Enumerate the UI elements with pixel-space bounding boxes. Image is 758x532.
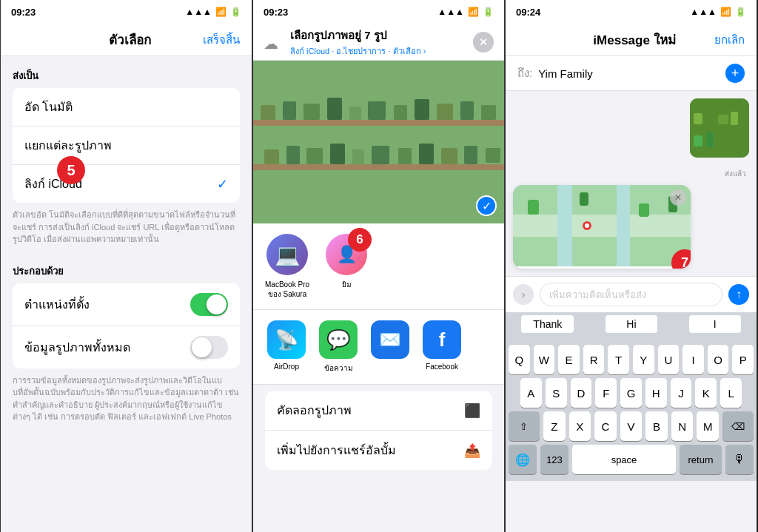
input-placeholder: เพิ่มความคิดเห็นหรือส่ง [549,287,646,303]
suggestion-i[interactable]: I [689,315,741,333]
share-app-mail[interactable]: ✉️ [369,320,412,374]
key-w[interactable]: W [534,345,555,374]
svg-rect-12 [460,101,474,120]
key-i[interactable]: I [682,345,704,374]
key-v[interactable]: V [620,411,643,441]
key-g[interactable]: G [620,378,642,408]
message-input[interactable]: เพิ่มความคิดเห็นหรือส่ง [540,283,722,306]
svg-rect-4 [283,101,296,120]
key-b[interactable]: B [645,411,668,441]
to-row: ถึง: Yim Family + [506,56,757,91]
svg-rect-37 [580,192,588,206]
card-close-button[interactable]: ✕ [670,189,686,206]
status-bar-1: 09:23 ▲▲▲ 📶 🔋 [1,0,252,24]
space-key[interactable]: space [572,445,676,474]
key-s[interactable]: S [546,378,567,408]
send-section-label: ส่งเป็น [1,56,252,88]
share-person-laptop[interactable]: 💻 MacBook Proของ Sakura [265,234,309,299]
page-title-1: ตัวเลือก [109,30,151,50]
option-location[interactable]: ตำแหน่งที่ตั้ง [13,283,240,326]
svg-rect-22 [441,148,457,164]
key-q[interactable]: Q [509,345,530,374]
key-u[interactable]: U [658,345,680,374]
share-app-messages[interactable]: 💬 ข้อความ [317,320,360,374]
wifi-icon-3: 📶 [720,7,731,17]
close-button-2[interactable]: ✕ [473,32,494,53]
delete-key[interactable]: ⌫ [722,411,754,441]
svg-rect-38 [639,203,649,217]
add-album-label: เพิ่มไปยังการแชร์อัลบั้ม [277,441,396,459]
send-button[interactable]: ↑ [728,284,749,305]
svg-rect-24 [486,148,500,163]
svg-rect-30 [694,135,702,147]
time-3: 09:24 [516,7,540,18]
add-recipient-button[interactable]: + [725,64,745,83]
airdrop-icon: 📡 [267,320,306,359]
nums-key[interactable]: 123 [540,445,568,474]
return-key[interactable]: return [680,445,722,474]
share-person-yim[interactable]: 👤 6 ยิม [324,234,369,299]
key-f[interactable]: F [595,378,617,408]
keyboard-row-2: A S D F G H J K L [509,378,754,408]
metadata-toggle[interactable] [190,336,228,359]
message-area: ส่งแล้ว 7 [506,91,757,276]
action-add-album[interactable]: เพิ่มไปยังการแชร์อัลบั้ม 📤 [265,431,492,470]
option-icloud-link[interactable]: ลิงก์ iCloud ✓ 5 [13,165,240,203]
svg-rect-2 [253,164,504,170]
option-metadata[interactable]: ข้อมูลรูปภาพทั้งหมด [13,326,240,368]
key-e[interactable]: E [558,345,580,374]
suggestion-thank[interactable]: Thank [521,315,574,333]
svg-rect-5 [303,104,320,120]
facebook-icon: f [423,320,461,359]
key-d[interactable]: D [571,378,592,408]
nav-titles: เลือกรูปภาพอยู่ 7 รูป ลิงก์ iCloud · อ.ไ… [290,27,426,58]
status-bar-2: 09:23 ▲▲▲ 📶 🔋 [253,0,504,24]
time-2: 09:23 [264,7,288,18]
shift-key[interactable]: ⇧ [509,411,540,441]
svg-rect-15 [286,146,300,164]
keyboard: Q W E R T Y U I O P A S D F G H J K L ⇧ … [506,339,757,481]
key-h[interactable]: H [645,378,667,408]
key-p[interactable]: P [732,345,754,374]
share-app-airdrop[interactable]: 📡 AirDrop [265,320,308,374]
messages-label: ข้อความ [324,363,353,374]
cancel-button[interactable]: ยกเลิก [714,31,745,49]
location-label: ตำแหน่งที่ตั้ง [24,295,90,314]
svg-rect-11 [437,104,453,120]
nav-bar-2: ☁ เลือกรูปภาพอยู่ 7 รูป ลิงก์ iCloud · อ… [253,24,504,61]
photo-selected-checkmark: ✓ [476,195,497,216]
suggestion-hi[interactable]: Hi [606,315,657,333]
key-y[interactable]: Y [633,345,654,374]
share-people-row: 💻 MacBook Proของ Sakura 👤 6 ยิม [253,223,504,310]
include-options-group: ตำแหน่งที่ตั้ง ข้อมูลรูปภาพทั้งหมด [13,283,240,368]
key-c[interactable]: C [594,411,617,441]
option-auto[interactable]: อัด โนมัติ [13,88,240,127]
expand-button[interactable]: › [513,284,534,305]
phone-2: 09:23 ▲▲▲ 📶 🔋 ☁ เลือกรูปภาพอยู่ 7 รูป ลิ… [252,0,505,532]
key-a[interactable]: A [520,378,542,408]
key-l[interactable]: L [720,378,742,408]
copy-photos-label: คัดลอกรูปภาพ [277,401,352,420]
key-m[interactable]: M [697,411,719,441]
key-k[interactable]: K [695,378,717,408]
location-toggle[interactable] [190,293,228,316]
messages-icon: 💬 [319,320,358,359]
key-o[interactable]: O [708,345,729,374]
key-z[interactable]: Z [543,411,566,441]
key-r[interactable]: R [583,345,605,374]
recipient-field[interactable]: Yim Family [538,67,720,80]
mic-key[interactable]: 🎙 [725,445,754,474]
option-separate[interactable]: แยกแต่ละรูปภาพ [13,127,240,165]
key-j[interactable]: J [671,378,692,408]
key-x[interactable]: X [569,411,591,441]
done-button[interactable]: เสร็จสิ้น [203,31,240,49]
svg-rect-9 [394,105,407,120]
action-copy-photos[interactable]: คัดลอกรูปภาพ ⬛ [265,391,492,431]
share-app-facebook[interactable]: f Facebook [420,320,463,374]
nav-subtitle[interactable]: ลิงก์ iCloud · อ.ไชยปราการ · ตัวเลือก › [290,44,426,58]
key-n[interactable]: N [671,411,694,441]
key-t[interactable]: T [608,345,629,374]
battery-icon-3: 🔋 [735,7,746,17]
emoji-key[interactable]: 🌐 [509,445,537,474]
svg-rect-0 [253,61,504,223]
